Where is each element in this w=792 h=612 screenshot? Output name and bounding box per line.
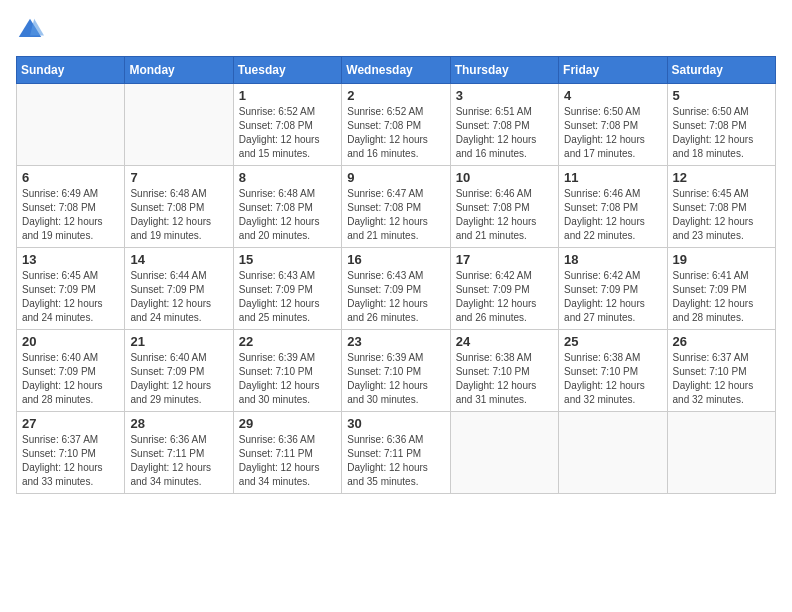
day-info: Sunrise: 6:40 AM Sunset: 7:09 PM Dayligh…: [130, 351, 227, 407]
calendar-cell: 7Sunrise: 6:48 AM Sunset: 7:08 PM Daylig…: [125, 166, 233, 248]
calendar-cell: 18Sunrise: 6:42 AM Sunset: 7:09 PM Dayli…: [559, 248, 667, 330]
calendar-cell: 9Sunrise: 6:47 AM Sunset: 7:08 PM Daylig…: [342, 166, 450, 248]
calendar-cell: 27Sunrise: 6:37 AM Sunset: 7:10 PM Dayli…: [17, 412, 125, 494]
day-number: 25: [564, 334, 661, 349]
day-info: Sunrise: 6:46 AM Sunset: 7:08 PM Dayligh…: [564, 187, 661, 243]
day-number: 30: [347, 416, 444, 431]
calendar-cell: 15Sunrise: 6:43 AM Sunset: 7:09 PM Dayli…: [233, 248, 341, 330]
day-number: 2: [347, 88, 444, 103]
day-info: Sunrise: 6:37 AM Sunset: 7:10 PM Dayligh…: [22, 433, 119, 489]
day-number: 9: [347, 170, 444, 185]
day-info: Sunrise: 6:52 AM Sunset: 7:08 PM Dayligh…: [347, 105, 444, 161]
calendar-cell: 21Sunrise: 6:40 AM Sunset: 7:09 PM Dayli…: [125, 330, 233, 412]
day-number: 29: [239, 416, 336, 431]
day-number: 6: [22, 170, 119, 185]
calendar-cell: [17, 84, 125, 166]
day-info: Sunrise: 6:50 AM Sunset: 7:08 PM Dayligh…: [564, 105, 661, 161]
col-header-wednesday: Wednesday: [342, 57, 450, 84]
day-number: 20: [22, 334, 119, 349]
day-number: 26: [673, 334, 770, 349]
calendar-cell: 8Sunrise: 6:48 AM Sunset: 7:08 PM Daylig…: [233, 166, 341, 248]
day-info: Sunrise: 6:36 AM Sunset: 7:11 PM Dayligh…: [130, 433, 227, 489]
day-info: Sunrise: 6:46 AM Sunset: 7:08 PM Dayligh…: [456, 187, 553, 243]
col-header-saturday: Saturday: [667, 57, 775, 84]
day-info: Sunrise: 6:44 AM Sunset: 7:09 PM Dayligh…: [130, 269, 227, 325]
day-info: Sunrise: 6:36 AM Sunset: 7:11 PM Dayligh…: [239, 433, 336, 489]
calendar-week-1: 1Sunrise: 6:52 AM Sunset: 7:08 PM Daylig…: [17, 84, 776, 166]
day-number: 17: [456, 252, 553, 267]
day-number: 14: [130, 252, 227, 267]
day-info: Sunrise: 6:49 AM Sunset: 7:08 PM Dayligh…: [22, 187, 119, 243]
col-header-friday: Friday: [559, 57, 667, 84]
day-info: Sunrise: 6:39 AM Sunset: 7:10 PM Dayligh…: [239, 351, 336, 407]
calendar-cell: 10Sunrise: 6:46 AM Sunset: 7:08 PM Dayli…: [450, 166, 558, 248]
day-number: 13: [22, 252, 119, 267]
calendar-cell: 23Sunrise: 6:39 AM Sunset: 7:10 PM Dayli…: [342, 330, 450, 412]
day-number: 3: [456, 88, 553, 103]
calendar-cell: 6Sunrise: 6:49 AM Sunset: 7:08 PM Daylig…: [17, 166, 125, 248]
day-info: Sunrise: 6:42 AM Sunset: 7:09 PM Dayligh…: [564, 269, 661, 325]
day-info: Sunrise: 6:52 AM Sunset: 7:08 PM Dayligh…: [239, 105, 336, 161]
day-number: 1: [239, 88, 336, 103]
col-header-monday: Monday: [125, 57, 233, 84]
day-info: Sunrise: 6:45 AM Sunset: 7:08 PM Dayligh…: [673, 187, 770, 243]
calendar-cell: [559, 412, 667, 494]
calendar-cell: 12Sunrise: 6:45 AM Sunset: 7:08 PM Dayli…: [667, 166, 775, 248]
day-info: Sunrise: 6:39 AM Sunset: 7:10 PM Dayligh…: [347, 351, 444, 407]
day-number: 28: [130, 416, 227, 431]
page-header: [16, 16, 776, 44]
calendar-cell: 4Sunrise: 6:50 AM Sunset: 7:08 PM Daylig…: [559, 84, 667, 166]
logo-icon: [16, 16, 44, 44]
calendar-cell: 17Sunrise: 6:42 AM Sunset: 7:09 PM Dayli…: [450, 248, 558, 330]
day-number: 5: [673, 88, 770, 103]
calendar-table: SundayMondayTuesdayWednesdayThursdayFrid…: [16, 56, 776, 494]
col-header-tuesday: Tuesday: [233, 57, 341, 84]
calendar-cell: 28Sunrise: 6:36 AM Sunset: 7:11 PM Dayli…: [125, 412, 233, 494]
day-info: Sunrise: 6:47 AM Sunset: 7:08 PM Dayligh…: [347, 187, 444, 243]
day-number: 10: [456, 170, 553, 185]
calendar-header-row: SundayMondayTuesdayWednesdayThursdayFrid…: [17, 57, 776, 84]
day-info: Sunrise: 6:48 AM Sunset: 7:08 PM Dayligh…: [239, 187, 336, 243]
calendar-cell: 2Sunrise: 6:52 AM Sunset: 7:08 PM Daylig…: [342, 84, 450, 166]
calendar-cell: 22Sunrise: 6:39 AM Sunset: 7:10 PM Dayli…: [233, 330, 341, 412]
day-info: Sunrise: 6:42 AM Sunset: 7:09 PM Dayligh…: [456, 269, 553, 325]
day-info: Sunrise: 6:38 AM Sunset: 7:10 PM Dayligh…: [456, 351, 553, 407]
day-number: 24: [456, 334, 553, 349]
calendar-cell: 1Sunrise: 6:52 AM Sunset: 7:08 PM Daylig…: [233, 84, 341, 166]
col-header-sunday: Sunday: [17, 57, 125, 84]
calendar-cell: 5Sunrise: 6:50 AM Sunset: 7:08 PM Daylig…: [667, 84, 775, 166]
calendar-week-4: 20Sunrise: 6:40 AM Sunset: 7:09 PM Dayli…: [17, 330, 776, 412]
col-header-thursday: Thursday: [450, 57, 558, 84]
calendar-cell: [667, 412, 775, 494]
day-number: 8: [239, 170, 336, 185]
day-number: 27: [22, 416, 119, 431]
calendar-cell: 14Sunrise: 6:44 AM Sunset: 7:09 PM Dayli…: [125, 248, 233, 330]
calendar-cell: [450, 412, 558, 494]
day-info: Sunrise: 6:51 AM Sunset: 7:08 PM Dayligh…: [456, 105, 553, 161]
day-number: 7: [130, 170, 227, 185]
calendar-cell: 24Sunrise: 6:38 AM Sunset: 7:10 PM Dayli…: [450, 330, 558, 412]
day-number: 18: [564, 252, 661, 267]
calendar-cell: 26Sunrise: 6:37 AM Sunset: 7:10 PM Dayli…: [667, 330, 775, 412]
calendar-cell: 11Sunrise: 6:46 AM Sunset: 7:08 PM Dayli…: [559, 166, 667, 248]
calendar-cell: 25Sunrise: 6:38 AM Sunset: 7:10 PM Dayli…: [559, 330, 667, 412]
logo: [16, 16, 48, 44]
day-info: Sunrise: 6:41 AM Sunset: 7:09 PM Dayligh…: [673, 269, 770, 325]
calendar-week-3: 13Sunrise: 6:45 AM Sunset: 7:09 PM Dayli…: [17, 248, 776, 330]
calendar-week-2: 6Sunrise: 6:49 AM Sunset: 7:08 PM Daylig…: [17, 166, 776, 248]
day-number: 15: [239, 252, 336, 267]
day-number: 11: [564, 170, 661, 185]
day-info: Sunrise: 6:38 AM Sunset: 7:10 PM Dayligh…: [564, 351, 661, 407]
day-info: Sunrise: 6:37 AM Sunset: 7:10 PM Dayligh…: [673, 351, 770, 407]
calendar-cell: 29Sunrise: 6:36 AM Sunset: 7:11 PM Dayli…: [233, 412, 341, 494]
calendar-cell: 16Sunrise: 6:43 AM Sunset: 7:09 PM Dayli…: [342, 248, 450, 330]
calendar-cell: 3Sunrise: 6:51 AM Sunset: 7:08 PM Daylig…: [450, 84, 558, 166]
calendar-cell: [125, 84, 233, 166]
day-number: 19: [673, 252, 770, 267]
day-info: Sunrise: 6:43 AM Sunset: 7:09 PM Dayligh…: [347, 269, 444, 325]
calendar-cell: 20Sunrise: 6:40 AM Sunset: 7:09 PM Dayli…: [17, 330, 125, 412]
day-number: 12: [673, 170, 770, 185]
day-info: Sunrise: 6:40 AM Sunset: 7:09 PM Dayligh…: [22, 351, 119, 407]
day-info: Sunrise: 6:43 AM Sunset: 7:09 PM Dayligh…: [239, 269, 336, 325]
day-info: Sunrise: 6:36 AM Sunset: 7:11 PM Dayligh…: [347, 433, 444, 489]
